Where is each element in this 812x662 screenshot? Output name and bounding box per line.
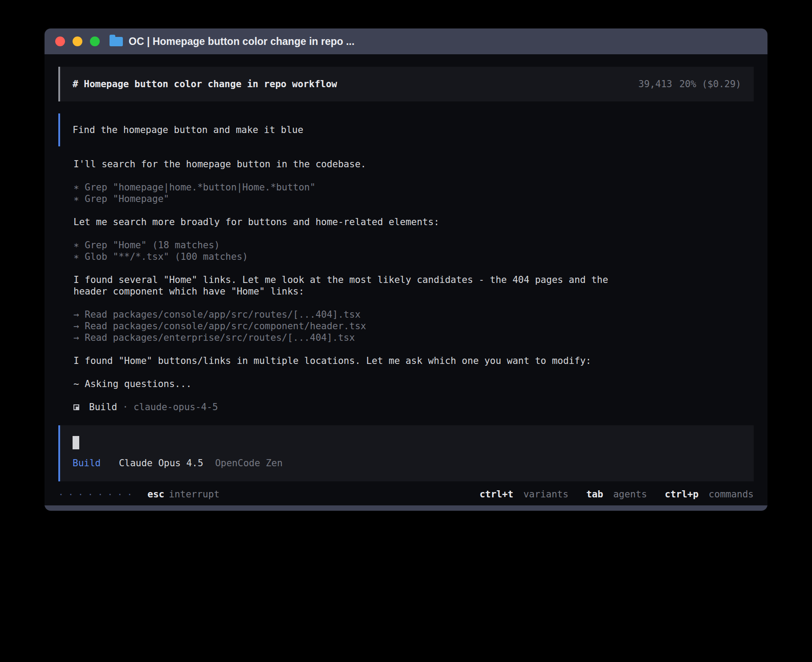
shortcut-commands: ctrl+p commands bbox=[665, 488, 754, 500]
text-cursor bbox=[73, 436, 79, 449]
shortcut-agents: tab agents bbox=[586, 488, 647, 500]
shortcut-key: ctrl+t bbox=[479, 489, 513, 500]
agent-mode-label: Build bbox=[73, 458, 101, 468]
shortcut-key: ctrl+p bbox=[665, 489, 698, 500]
traffic-lights bbox=[55, 36, 100, 46]
statusbar: ········ esc interrupt ctrl+t variants t… bbox=[58, 488, 754, 500]
folder-icon bbox=[110, 37, 123, 46]
token-count: 39,413 bbox=[638, 79, 672, 89]
tool-call-grep: ∗ Grep "homepage|home.*button|Home.*butt… bbox=[73, 182, 636, 193]
agent-name: Build bbox=[89, 401, 117, 413]
assistant-message: I found several "Home" links. Let me loo… bbox=[73, 274, 636, 297]
esc-label: interrupt bbox=[169, 488, 219, 500]
window-title: OC | Homepage button color change in rep… bbox=[129, 36, 354, 48]
tool-call-read: → Read packages/console/app/src/componen… bbox=[73, 320, 636, 332]
spinner-dots: ········ bbox=[58, 488, 137, 500]
assistant-message: Let me search more broadly for buttons a… bbox=[73, 216, 636, 228]
user-message-text: Find the homepage button and make it blu… bbox=[73, 125, 303, 135]
shortcut-label: commands bbox=[709, 489, 754, 500]
agent-model: claude-opus-4-5 bbox=[134, 401, 218, 413]
shortcut-label: agents bbox=[613, 489, 647, 500]
assistant-transcript: I'll search for the homepage button in t… bbox=[73, 158, 636, 413]
tool-call-read: → Read packages/enterprise/src/routes/[.… bbox=[73, 332, 636, 343]
status-message: ~ Asking questions... bbox=[73, 378, 636, 390]
statusbar-right: ctrl+t variants tab agents ctrl+p comman… bbox=[479, 488, 754, 500]
separator-dot: · bbox=[122, 401, 128, 413]
esc-key: esc bbox=[147, 488, 164, 500]
session-header: # Homepage button color change in repo w… bbox=[58, 67, 754, 101]
tool-call-grep: ∗ Grep "Homepage" bbox=[73, 193, 636, 205]
prompt-input[interactable]: Build Claude Opus 4.5 OpenCode Zen bbox=[58, 425, 754, 481]
assistant-message: I found "Home" buttons/links in multiple… bbox=[73, 355, 636, 367]
input-mode-row: Build Claude Opus 4.5 OpenCode Zen bbox=[73, 457, 741, 469]
assistant-message: I'll search for the homepage button in t… bbox=[73, 158, 636, 170]
context-usage: 20% ($0.29) bbox=[679, 79, 741, 89]
session-title: # Homepage button color change in repo w… bbox=[73, 78, 337, 90]
minimize-button[interactable] bbox=[73, 36, 82, 46]
shortcut-label: variants bbox=[524, 489, 568, 500]
model-label: Claude Opus 4.5 bbox=[119, 458, 203, 468]
title-wrap: OC | Homepage button color change in rep… bbox=[110, 36, 354, 48]
input-line[interactable] bbox=[73, 436, 741, 449]
user-message: Find the homepage button and make it blu… bbox=[58, 113, 754, 146]
session-stats: 39,41320% ($0.29) bbox=[638, 78, 741, 90]
statusbar-left: ········ esc interrupt bbox=[58, 488, 219, 500]
tool-call-grep: ∗ Grep "Home" (18 matches) bbox=[73, 239, 636, 251]
terminal-window: OC | Homepage button color change in rep… bbox=[45, 28, 767, 511]
close-button[interactable] bbox=[55, 36, 65, 46]
agent-icon bbox=[73, 404, 79, 410]
terminal-content: # Homepage button color change in repo w… bbox=[45, 54, 767, 505]
titlebar[interactable]: OC | Homepage button color change in rep… bbox=[45, 28, 767, 54]
tool-call-glob: ∗ Glob "**/*.tsx" (100 matches) bbox=[73, 251, 636, 262]
tool-call-read: → Read packages/console/app/src/routes/[… bbox=[73, 309, 636, 320]
agent-status-line: Build · claude-opus-4-5 bbox=[73, 401, 636, 413]
shortcut-variants: ctrl+t variants bbox=[479, 488, 568, 500]
provider-label: OpenCode Zen bbox=[215, 458, 283, 468]
shortcut-key: tab bbox=[586, 489, 603, 500]
zoom-button[interactable] bbox=[90, 36, 100, 46]
